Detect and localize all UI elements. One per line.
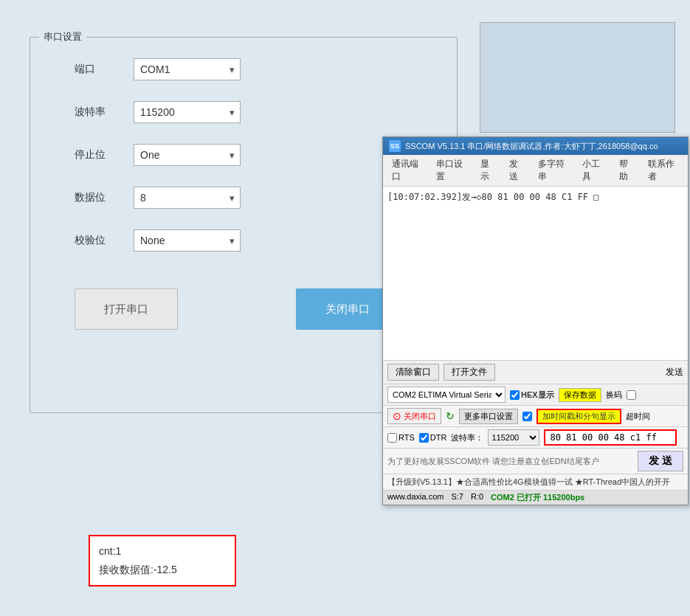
send-label: 发送 — [666, 366, 683, 378]
dtr-checkbox-label: DTR — [419, 433, 447, 443]
baud-label: 波特率 — [75, 105, 134, 119]
port-label: 端口 — [75, 63, 134, 76]
sscom-row3: ⊙ 关闭串口 ↻ 更多串口设置 加时间戳和分句显示 超时间 — [383, 405, 688, 426]
baud-select-wrapper: 9600 19200 38400 57600 115200 — [134, 101, 241, 123]
stop-icon: ⊙ — [393, 410, 401, 422]
data-select[interactable]: 5 6 7 8 — [134, 187, 241, 209]
info-line2: 接收数据值:-12.5 — [99, 561, 226, 579]
menu-multistring[interactable]: 多字符串 — [532, 156, 575, 184]
stop-label: 停止位 — [75, 148, 134, 162]
sscom-window: SS SSCOM V5.13.1 串口/网络数据调试器,作者:大虾丁丁,2618… — [382, 136, 689, 505]
menu-help[interactable]: 帮助 — [613, 156, 641, 184]
menu-send[interactable]: 发送 — [503, 156, 531, 184]
menu-comm-port[interactable]: 通讯端口 — [386, 156, 429, 184]
menu-contact[interactable]: 联系作者 — [642, 156, 685, 184]
data-row: 数据位 5 6 7 8 — [75, 187, 427, 209]
sscom-title: SSCOM V5.13.1 串口/网络数据调试器,作者:大虾丁丁,2618058… — [405, 141, 658, 152]
baud-rate-label: 波特率： — [451, 432, 483, 443]
port-row: 端口 COM1 COM2 COM3 — [75, 58, 427, 80]
sscom-baud-select[interactable]: 115200 — [488, 429, 539, 446]
sscom-icon: SS — [389, 140, 401, 152]
close-port-label: 关闭串口 — [404, 411, 436, 422]
switch-checkbox[interactable] — [627, 390, 636, 400]
data-select-wrapper: 5 6 7 8 — [134, 187, 241, 209]
sscom-send-row: 为了更好地发展SSCOM软件 请您注册嘉立创EDN结尾客户 发 送 — [383, 448, 688, 474]
button-row: 打开串口 关闭串口 — [75, 288, 427, 330]
timestamp-button[interactable]: 加时间戳和分句显示 — [537, 409, 621, 424]
rts-checkbox-label: RTS — [387, 433, 415, 443]
sscom-port-select[interactable]: COM2 ELTIMA Virtual Serial — [387, 387, 506, 403]
promo-text: 为了更好地发展SSCOM软件 请您注册嘉立创EDN结尾客户 — [387, 456, 630, 467]
sscom-log-line: [10:07:02.392]发→◇80 81 00 00 48 C1 FF □ — [387, 191, 683, 204]
send-button[interactable]: 发 送 — [638, 451, 683, 471]
menu-serial-settings[interactable]: 串口设置 — [430, 156, 473, 184]
parity-label: 校验位 — [75, 234, 134, 247]
hex-input[interactable]: 80 81 00 00 48 c1 ff — [544, 429, 677, 446]
port-select[interactable]: COM1 COM2 COM3 — [134, 58, 241, 80]
stop-select[interactable]: One Two OnePointFive — [134, 144, 241, 166]
save-data-button[interactable]: 保存数据 — [559, 388, 601, 402]
sscom-menubar: 通讯端口 串口设置 显示 发送 多字符串 小工具 帮助 联系作者 — [383, 155, 688, 187]
clear-window-button[interactable]: 清除窗口 — [387, 364, 439, 381]
sscom-row4: RTS DTR 波特率： 115200 80 81 00 00 48 c1 ff — [383, 426, 688, 448]
info-box: cnt:1 接收数据值:-12.5 — [89, 535, 236, 586]
sscom-toolbar-row1: 清除窗口 打开文件 发送 — [383, 360, 688, 384]
right-panel — [480, 22, 675, 133]
parity-select[interactable]: None Odd Even — [134, 229, 241, 252]
stop-select-wrapper: One Two OnePointFive — [134, 144, 241, 166]
dtr-checkbox[interactable] — [419, 433, 429, 443]
status-s: S:7 — [451, 492, 463, 503]
switch-checkbox-label — [627, 390, 636, 400]
ad-text: 【升级到V5.13.1】★合适高性价比4G模块值得一试 ★RT-Thread中国… — [387, 477, 670, 486]
sscom-row2: COM2 ELTIMA Virtual Serial HEX显示 保存数据 换码 — [383, 384, 688, 405]
rts-label: RTS — [399, 433, 415, 442]
sscom-ad-row: 【升级到V5.13.1】★合适高性价比4G模块值得一试 ★RT-Thread中国… — [383, 474, 688, 490]
serial-settings-legend: 串口设置 — [39, 30, 86, 44]
parity-select-wrapper: None Odd Even — [134, 229, 241, 252]
baud-row: 波特率 9600 19200 38400 57600 115200 — [75, 101, 427, 123]
sscom-log-content: [10:07:02.392]发→◇80 81 00 00 48 C1 FF □ — [383, 187, 688, 360]
data-label: 数据位 — [75, 191, 134, 204]
open-file-button[interactable]: 打开文件 — [444, 364, 495, 381]
hex-display-label: HEX显示 — [521, 390, 554, 401]
dtr-label: DTR — [430, 433, 447, 442]
rts-checkbox[interactable] — [387, 433, 397, 443]
menu-tools[interactable]: 小工具 — [576, 156, 612, 184]
stop-row: 停止位 One Two OnePointFive — [75, 144, 427, 166]
status-r: R:0 — [471, 492, 483, 503]
overtime-label: 超时间 — [626, 411, 650, 422]
more-ports-button[interactable]: 更多串口设置 — [459, 409, 518, 424]
sscom-close-port-button[interactable]: ⊙ 关闭串口 — [387, 408, 441, 424]
baud-select[interactable]: 9600 19200 38400 57600 115200 — [134, 101, 241, 123]
sscom-titlebar: SS SSCOM V5.13.1 串口/网络数据调试器,作者:大虾丁丁,2618… — [383, 137, 688, 155]
open-port-button[interactable]: 打开串口 — [75, 288, 178, 330]
status-port: COM2 已打开 115200bps — [491, 492, 584, 503]
timestamp-checkbox[interactable] — [522, 412, 532, 421]
menu-display[interactable]: 显示 — [475, 156, 502, 184]
parity-row: 校验位 None Odd Even — [75, 229, 427, 252]
status-url: www.daxia.com — [387, 492, 444, 503]
refresh-icon[interactable]: ↻ — [446, 410, 455, 422]
timestamp-checkbox-label — [522, 412, 532, 421]
sscom-statusbar: www.daxia.com S:7 R:0 COM2 已打开 115200bps — [383, 490, 688, 505]
hex-display-checkbox-label: HEX显示 — [510, 390, 554, 401]
switch-label: 换码 — [606, 390, 622, 401]
info-line1: cnt:1 — [99, 542, 226, 561]
hex-display-checkbox[interactable] — [510, 390, 520, 400]
port-select-wrapper: COM1 COM2 COM3 — [134, 58, 241, 80]
